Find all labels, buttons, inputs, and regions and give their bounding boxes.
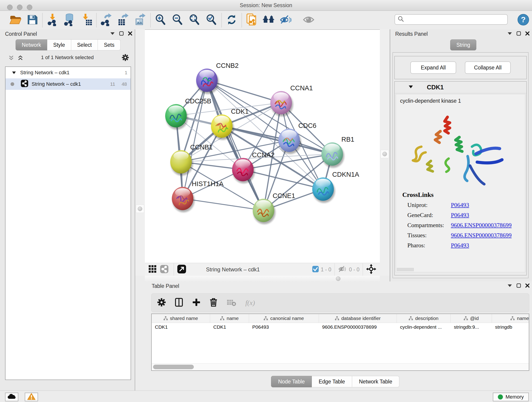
splitter-handle-dot[interactable]: [138, 206, 142, 211]
zoom-fit-button[interactable]: [186, 13, 203, 27]
table-horizontal-scrollbar[interactable]: [152, 363, 529, 370]
table-cell[interactable]: 9606.ENSP00000378699: [319, 323, 397, 331]
grid-view-icon[interactable]: [148, 265, 157, 274]
hidden-elements-icon[interactable]: [338, 265, 347, 274]
table-settings-gear-icon[interactable]: [157, 298, 166, 307]
panel-close-icon[interactable]: [128, 31, 133, 37]
crosslink-link[interactable]: P06493: [451, 212, 469, 219]
network-options-gear-icon[interactable]: [122, 54, 129, 62]
protein-section-header[interactable]: CDK1: [395, 82, 526, 93]
gray-eye-button[interactable]: [300, 13, 317, 27]
zoom-selected-button[interactable]: [203, 13, 220, 27]
import-network-database-button[interactable]: [61, 13, 78, 27]
cloud-button[interactable]: [5, 393, 18, 401]
node-HIST1H1A[interactable]: HIST1H1A: [172, 180, 224, 212]
network-collection-row[interactable]: String Network – cdk1 1: [6, 67, 131, 78]
import-table-button[interactable]: [78, 13, 95, 27]
tab-node-table[interactable]: Node Table: [271, 376, 312, 387]
table-cell[interactable]: cyclin-dependent ...: [397, 323, 451, 331]
column-header-@id[interactable]: @id: [451, 314, 492, 323]
column-header-database-identifier[interactable]: database identifier: [319, 314, 397, 323]
tab-edge-table[interactable]: Edge Table: [312, 376, 352, 387]
collapse-all-button[interactable]: Collapse All: [465, 61, 511, 74]
node-CCNB2[interactable]: CCNB2: [196, 62, 239, 94]
left-splitter[interactable]: [135, 29, 145, 276]
hide-eye-button[interactable]: [277, 13, 294, 27]
warnings-button[interactable]: [25, 393, 38, 401]
tab-select[interactable]: Select: [71, 39, 98, 51]
column-header-canonical-name[interactable]: canonical name: [249, 314, 319, 323]
crosslink-link[interactable]: 9606.ENSP00000378699: [451, 232, 512, 239]
show-columns-icon[interactable]: [175, 298, 183, 308]
import-network-file-button[interactable]: [44, 13, 61, 27]
birds-eye-view-icon[interactable]: [366, 264, 376, 275]
selected-nodes-checkbox[interactable]: [312, 266, 319, 274]
tab-style[interactable]: Style: [47, 39, 71, 51]
splitter-handle-dot[interactable]: [382, 152, 387, 156]
panel-float-icon[interactable]: [516, 31, 521, 37]
toolbar-search[interactable]: [394, 14, 508, 25]
zoom-in-button[interactable]: [152, 13, 169, 27]
table-cell[interactable]: CDK1: [210, 323, 249, 331]
export-image-button[interactable]: [132, 13, 149, 27]
network-view-canvas[interactable]: CCNB2CCNA1CDC25BCDK1CDC6RB1CCNB1CCNA2CDK…: [145, 30, 380, 263]
column-header-name[interactable]: name: [210, 314, 249, 323]
save-session-button[interactable]: [24, 13, 41, 27]
crosslink-link[interactable]: P06493: [451, 242, 469, 249]
open-session-button[interactable]: [7, 13, 24, 27]
panel-close-icon[interactable]: [525, 283, 530, 289]
node-table[interactable]: shared namenamecanonical namedatabase id…: [151, 313, 529, 371]
string-network-graph[interactable]: CCNB2CCNA1CDC25BCDK1CDC6RB1CCNB1CCNA2CDK…: [145, 30, 380, 263]
export-network-button[interactable]: [98, 13, 115, 27]
edge-CCNB2-CCNE1[interactable]: [207, 80, 264, 211]
crosslink-link[interactable]: 9606.ENSP00000378699: [451, 222, 512, 229]
edge-HIST1H1A-CCNE1[interactable]: [183, 198, 264, 211]
panel-float-icon[interactable]: [119, 31, 124, 37]
tree-collapse-icon[interactable]: [12, 70, 16, 76]
panel-dropdown-icon[interactable]: [507, 32, 512, 36]
tab-network-table[interactable]: Network Table: [352, 376, 399, 387]
table-cell[interactable]: stringdb:9...: [451, 323, 492, 331]
tab-string[interactable]: String: [450, 39, 476, 51]
expand-all-button[interactable]: Expand All: [410, 61, 456, 74]
crosslink-link[interactable]: P06493: [451, 202, 469, 209]
panel-dropdown-icon[interactable]: [507, 284, 512, 288]
refresh-view-button[interactable]: [223, 13, 240, 27]
tab-network[interactable]: Network: [16, 39, 47, 51]
right-splitter[interactable]: [380, 29, 390, 276]
table-cell[interactable]: CDK1: [152, 323, 210, 331]
scrollbar-thumb[interactable]: [153, 365, 194, 369]
string-homes-button[interactable]: [260, 13, 277, 27]
section-collapse-icon[interactable]: [409, 85, 413, 89]
node-CDC25B[interactable]: CDC25B: [165, 97, 211, 129]
node-CCNB1[interactable]: CCNB1: [170, 143, 213, 176]
node-CCNA1[interactable]: CCNA1: [270, 84, 313, 116]
export-table-button[interactable]: [115, 13, 132, 27]
help-button[interactable]: ?: [517, 14, 529, 26]
table-cell[interactable]: P06493: [249, 323, 319, 331]
panel-close-icon[interactable]: [525, 31, 530, 37]
table-row[interactable]: CDK1CDK1P064939606.ENSP00000378699cyclin…: [152, 323, 529, 331]
string-documents-button[interactable]: [243, 13, 260, 27]
network-row[interactable]: String Network – cdk1 11 48: [6, 78, 131, 90]
panel-float-icon[interactable]: [516, 283, 521, 289]
memory-button[interactable]: Memory: [493, 393, 529, 401]
zoom-out-button[interactable]: [169, 13, 186, 27]
results-scrollbar-thumb[interactable]: [397, 268, 414, 271]
node-RB1[interactable]: RB1: [322, 136, 354, 168]
node-CCNE1[interactable]: CCNE1: [253, 192, 295, 224]
network-share-icon[interactable]: [160, 265, 169, 274]
column-header-namespace[interactable]: namespace: [492, 314, 529, 323]
open-in-new-window-icon[interactable]: [177, 264, 186, 274]
column-header-description[interactable]: description: [397, 314, 451, 323]
tab-sets[interactable]: Sets: [98, 39, 120, 51]
horizontal-splitter[interactable]: [145, 276, 380, 281]
panel-dropdown-icon[interactable]: [110, 32, 115, 36]
add-column-icon[interactable]: [192, 298, 201, 307]
node-CDKN1A[interactable]: CDKN1A: [312, 171, 359, 203]
table-cell[interactable]: stringdb: [492, 323, 529, 331]
search-input[interactable]: [404, 16, 504, 23]
delete-column-trash-icon[interactable]: [210, 298, 217, 308]
column-header-shared-name[interactable]: shared name: [152, 314, 210, 323]
splitter-handle-dot[interactable]: [336, 276, 341, 281]
